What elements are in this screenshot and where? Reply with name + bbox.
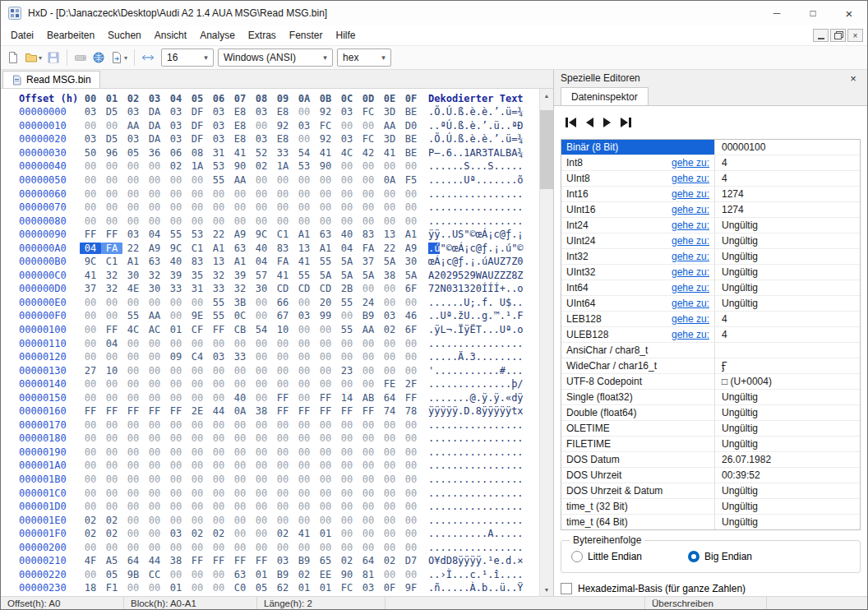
hex-byte[interactable]: 00: [251, 542, 272, 553]
hex-byte[interactable]: F5: [400, 174, 422, 186]
hex-byte[interactable]: FF: [165, 405, 187, 417]
hex-byte[interactable]: 00: [101, 542, 122, 553]
menu-item-ansicht[interactable]: Ansicht: [148, 27, 193, 44]
decoded-text[interactable]: ..Uª.žU..g.™.¹.F: [428, 310, 524, 321]
hex-byte[interactable]: 00: [165, 174, 187, 186]
hex-byte[interactable]: 00: [165, 488, 187, 499]
hex-byte[interactable]: 00: [379, 188, 400, 200]
hex-byte[interactable]: 00: [187, 542, 208, 553]
inspector-row-oletime[interactable]: OLETIMEUngültig: [561, 421, 860, 437]
hex-byte[interactable]: 00: [315, 188, 336, 200]
hex-byte[interactable]: C1: [101, 256, 122, 267]
hex-byte[interactable]: 00: [208, 474, 229, 485]
hex-byte[interactable]: 9C: [251, 229, 272, 240]
hex-byte[interactable]: 00: [80, 542, 101, 553]
hex-byte[interactable]: 00: [229, 215, 251, 227]
status-mode[interactable]: Überschreiben: [645, 597, 767, 609]
hex-byte[interactable]: 02: [208, 528, 229, 539]
hex-byte[interactable]: 41: [315, 147, 336, 159]
hex-byte[interactable]: 00: [251, 188, 272, 200]
hex-byte[interactable]: 00: [144, 215, 165, 227]
hex-byte[interactable]: AC: [144, 324, 165, 335]
hex-byte[interactable]: 00: [80, 378, 101, 390]
hex-byte[interactable]: 00: [358, 501, 379, 512]
hex-byte[interactable]: 78: [400, 405, 422, 417]
hex-byte[interactable]: 00: [336, 474, 358, 485]
hex-byte[interactable]: 5A: [379, 256, 400, 267]
hex-byte[interactable]: 9C: [80, 256, 101, 267]
hex-byte[interactable]: 00: [229, 460, 251, 471]
hex-byte[interactable]: 00: [336, 515, 358, 526]
hex-byte[interactable]: 00: [293, 297, 315, 308]
hex-byte[interactable]: FE: [379, 378, 400, 390]
hex-byte[interactable]: 4C: [122, 324, 144, 335]
hex-byte[interactable]: 22: [208, 229, 229, 240]
hex-byte[interactable]: 00: [293, 106, 315, 118]
hex-byte[interactable]: 00: [400, 201, 422, 213]
hex-byte[interactable]: 00: [229, 474, 251, 485]
hex-byte[interactable]: 00: [293, 460, 315, 471]
hex-byte[interactable]: 02: [101, 515, 122, 526]
menu-item-datei[interactable]: Datei: [4, 27, 40, 44]
hex-byte[interactable]: 00: [315, 338, 336, 349]
hex-byte[interactable]: 00: [400, 419, 422, 431]
inspector-row-dos-uhrzeit[interactable]: DOS Uhrzeit00:39:52: [561, 468, 860, 483]
hex-byte[interactable]: 04: [251, 256, 272, 267]
hex-byte[interactable]: 00: [144, 582, 165, 594]
mdi-restore-icon[interactable]: [830, 29, 846, 42]
save-file-button[interactable]: [44, 48, 62, 67]
open-disk-button[interactable]: [72, 48, 90, 67]
inspector-row-time-t-32-bit[interactable]: time_t (32 Bit)Ungültig: [561, 499, 860, 515]
inspector-row-int16[interactable]: Int16gehe zu:1274: [561, 187, 860, 202]
hex-byte[interactable]: 00: [251, 351, 272, 363]
hex-byte[interactable]: 37: [80, 283, 101, 294]
hex-byte[interactable]: 33: [165, 283, 187, 294]
hex-byte[interactable]: 00: [315, 432, 336, 444]
hex-byte[interactable]: 40: [229, 392, 251, 404]
hex-byte[interactable]: 00: [293, 501, 315, 512]
hex-byte[interactable]: 33: [272, 147, 293, 159]
hex-byte[interactable]: 54: [293, 147, 315, 159]
hex-byte[interactable]: 00: [101, 351, 122, 363]
hex-byte[interactable]: 74: [379, 405, 400, 417]
hex-byte[interactable]: 00: [251, 201, 272, 213]
hex-byte[interactable]: 1A: [187, 160, 208, 172]
hex-byte[interactable]: 00: [144, 174, 165, 186]
hex-byte[interactable]: 00: [101, 474, 122, 485]
hex-byte[interactable]: 00: [336, 310, 358, 321]
hex-byte[interactable]: 00: [358, 338, 379, 349]
hex-byte[interactable]: 00: [144, 474, 165, 485]
decoded-text[interactable]: ................: [428, 501, 524, 512]
type-value[interactable]: Ungültig: [714, 421, 860, 436]
hex-byte[interactable]: 03: [165, 106, 187, 118]
hex-byte[interactable]: 40: [251, 243, 272, 254]
hex-byte[interactable]: 00: [208, 501, 229, 512]
hex-byte[interactable]: FC: [315, 120, 336, 132]
hex-byte[interactable]: 03: [293, 310, 315, 321]
hex-byte[interactable]: 00: [358, 419, 379, 431]
hex-byte[interactable]: 90: [336, 569, 358, 580]
hex-byte[interactable]: 00: [358, 474, 379, 485]
hex-byte[interactable]: 62: [272, 582, 293, 594]
hex-byte[interactable]: 00: [315, 488, 336, 499]
hex-byte[interactable]: 13: [293, 243, 315, 254]
hex-byte[interactable]: 38: [165, 555, 187, 566]
hex-byte[interactable]: 42: [358, 147, 379, 159]
hex-byte[interactable]: 00: [336, 120, 358, 132]
hex-byte[interactable]: 00: [122, 501, 144, 512]
hex-byte[interactable]: 00: [80, 474, 101, 485]
hex-byte[interactable]: 00: [379, 528, 400, 539]
hex-byte[interactable]: 00: [122, 215, 144, 227]
hex-byte[interactable]: 92: [315, 133, 336, 145]
hex-byte[interactable]: 00: [336, 338, 358, 349]
hex-byte[interactable]: 00: [400, 569, 422, 580]
hex-byte[interactable]: 00: [165, 215, 187, 227]
hex-byte[interactable]: 00: [336, 419, 358, 431]
hex-byte[interactable]: 00: [293, 378, 315, 390]
type-value[interactable]: Ungültig: [714, 265, 860, 280]
decoded-text[interactable]: '...........#...: [428, 365, 524, 377]
hex-byte[interactable]: 00: [400, 365, 422, 377]
hex-byte[interactable]: 00: [208, 446, 229, 458]
hex-byte[interactable]: 00: [379, 569, 400, 580]
hex-byte[interactable]: 03: [208, 120, 229, 132]
